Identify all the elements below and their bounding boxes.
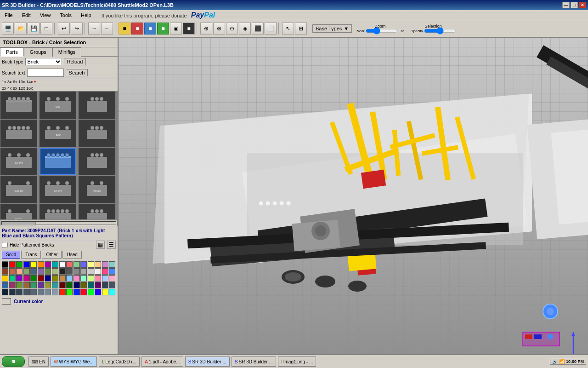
brick-black-button[interactable]: ■ — [183, 23, 195, 34]
tool1-button[interactable]: ⊕ — [200, 23, 212, 34]
brick-cell-11[interactable]: POLICE — [40, 176, 76, 203]
undo-button[interactable]: ↩ — [58, 23, 70, 34]
color-cell-3[interactable] — [23, 261, 30, 268]
redo-button[interactable]: ↪ — [71, 23, 83, 34]
color-cell-31[interactable] — [109, 268, 115, 275]
color-cell-43[interactable] — [80, 275, 87, 282]
base-types-dropdown[interactable]: Base Types ▼ — [312, 24, 352, 33]
color-cell-67[interactable] — [23, 289, 30, 295]
filter-trans-button[interactable]: Trans — [21, 251, 41, 259]
color-cell-16[interactable] — [2, 268, 8, 275]
color-cell-46[interactable] — [102, 275, 108, 282]
start-button[interactable]: ⊞ — [2, 356, 25, 367]
color-cell-33[interactable] — [9, 275, 16, 282]
taskbar-item-pdf[interactable]: A 1.pdf - Adobe... — [141, 356, 183, 367]
tool5-button[interactable]: ⬛ — [252, 23, 264, 34]
color-cell-9[interactable] — [66, 261, 73, 268]
hide-patterned-checkbox[interactable] — [2, 242, 8, 248]
opacity-slider[interactable] — [424, 29, 456, 33]
color-cell-75[interactable] — [80, 289, 87, 295]
color-cell-27[interactable] — [80, 268, 87, 275]
color-cell-17[interactable] — [9, 268, 16, 275]
color-cell-54[interactable] — [45, 282, 51, 288]
color-cell-8[interactable] — [59, 261, 66, 268]
color-cell-19[interactable] — [23, 268, 30, 275]
color-cell-34[interactable] — [16, 275, 23, 282]
move-right-button[interactable]: → — [88, 23, 100, 34]
menu-file[interactable]: File — [2, 12, 16, 19]
list-view-icon[interactable]: ☰ — [107, 241, 116, 249]
color-cell-26[interactable] — [74, 268, 80, 275]
color-cell-76[interactable] — [88, 289, 94, 295]
grid-view-icon[interactable]: ▦ — [96, 241, 105, 249]
viewport[interactable] — [119, 38, 588, 354]
move-left-button[interactable]: ← — [101, 23, 113, 34]
color-cell-53[interactable] — [38, 282, 44, 288]
brick-cell-10[interactable]: PHILIPS — [0, 176, 37, 203]
menu-edit[interactable]: Edit — [19, 12, 34, 19]
brick-cell-5[interactable]: LEGO — [40, 120, 76, 147]
brick-cell-7[interactable]: POLICE — [0, 148, 37, 175]
color-cell-45[interactable] — [95, 275, 101, 282]
color-cell-57[interactable] — [66, 282, 73, 288]
brick-cell-6[interactable] — [79, 120, 115, 147]
color-cell-24[interactable] — [59, 268, 66, 275]
color-cell-79[interactable] — [109, 289, 115, 295]
taskbar-item-legocad[interactable]: L LegoCad3D (... — [99, 356, 140, 367]
color-cell-32[interactable] — [2, 275, 8, 282]
color-cell-28[interactable] — [88, 268, 94, 275]
color-cell-37[interactable] — [38, 275, 44, 282]
color-cell-72[interactable] — [59, 289, 66, 295]
grid-button[interactable]: ⊞ — [295, 23, 307, 34]
zoom-slider[interactable] — [366, 29, 398, 33]
color-cell-59[interactable] — [80, 282, 87, 288]
color-cell-78[interactable] — [102, 289, 108, 295]
color-cell-49[interactable] — [9, 282, 16, 288]
taskbar-item-imag[interactable]: I Imag1.png - ... — [278, 356, 316, 367]
color-cell-11[interactable] — [80, 261, 87, 268]
color-cell-18[interactable] — [16, 268, 23, 275]
brick-red-button[interactable]: ■ — [131, 23, 143, 34]
color-cell-60[interactable] — [88, 282, 94, 288]
menu-tools[interactable]: Tools — [57, 12, 74, 19]
taskbar-item-wysiwyg[interactable]: W WYSIWYG We... — [51, 356, 97, 367]
taskbar-item-sr3d-2[interactable]: S SR 3D Builder ... — [232, 356, 276, 367]
open-button[interactable]: 📂 — [15, 23, 27, 34]
color-cell-20[interactable] — [30, 268, 37, 275]
color-cell-7[interactable] — [52, 261, 58, 268]
color-cell-25[interactable] — [66, 268, 73, 275]
color-cell-50[interactable] — [16, 282, 23, 288]
brick-cell-14[interactable] — [40, 204, 76, 220]
color-cell-15[interactable] — [109, 261, 115, 268]
close-button[interactable]: ✕ — [579, 2, 586, 8]
tool6-button[interactable]: ⬜ — [265, 23, 277, 34]
maximize-button[interactable]: □ — [571, 2, 578, 8]
color-cell-39[interactable] — [52, 275, 58, 282]
brick-cell-9[interactable] — [79, 148, 115, 175]
color-cell-52[interactable] — [30, 282, 37, 288]
color-cell-63[interactable] — [109, 282, 115, 288]
color-cell-71[interactable] — [52, 289, 58, 295]
color-cell-41[interactable] — [66, 275, 73, 282]
color-cell-64[interactable] — [2, 289, 8, 295]
current-color-swatch[interactable] — [2, 298, 11, 305]
color-cell-21[interactable] — [38, 268, 44, 275]
color-cell-73[interactable] — [66, 289, 73, 295]
filter-used-button[interactable]: Used — [62, 251, 81, 259]
color-cell-40[interactable] — [59, 275, 66, 282]
tab-parts[interactable]: Parts — [0, 47, 24, 57]
taskbar-item-sr3d-1[interactable]: S SR 3D Builder ... — [185, 356, 230, 367]
color-cell-14[interactable] — [102, 261, 108, 268]
minimize-button[interactable]: — — [562, 2, 570, 8]
tab-minifigs[interactable]: Minifigs — [52, 47, 81, 57]
brick-cell-15[interactable] — [79, 204, 115, 220]
color-cell-74[interactable] — [74, 289, 80, 295]
color-cell-77[interactable] — [95, 289, 101, 295]
reload-button[interactable]: Reload — [64, 58, 86, 65]
color-cell-10[interactable] — [74, 261, 80, 268]
tool2-button[interactable]: ⊗ — [213, 23, 225, 34]
select-button[interactable]: ↖ — [282, 23, 294, 34]
color-cell-5[interactable] — [38, 261, 44, 268]
brick-cell-2[interactable]: XLM — [40, 92, 76, 119]
brick-cell-12[interactable]: STORE — [79, 176, 115, 203]
